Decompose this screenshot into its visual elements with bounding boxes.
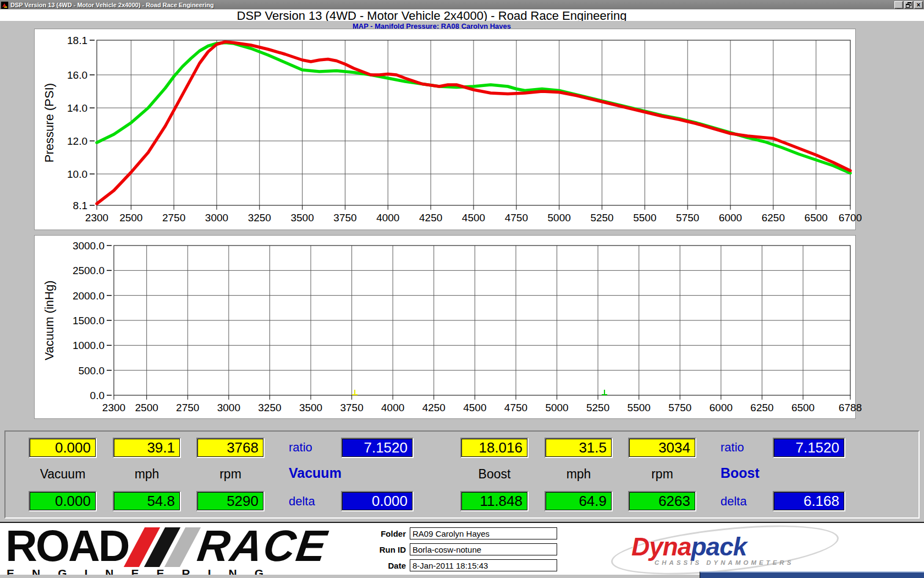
vacuum-cursor1-value: 0.000 bbox=[29, 438, 97, 458]
rpm-cursor1-value: 3034 bbox=[628, 438, 696, 458]
x-tick-label: 4750 bbox=[505, 212, 528, 223]
x-tick-label: 5000 bbox=[545, 402, 568, 413]
y-tick-label: 18.1 bbox=[67, 35, 87, 46]
rpm-cursor2-value: 6263 bbox=[628, 491, 696, 511]
y-tick-label: 500.0 bbox=[78, 365, 105, 377]
y-tick-label: 10.0 bbox=[67, 168, 87, 180]
subheader-band: MAP - Manifold Pressure: RA08 Carolyn Ha… bbox=[0, 21, 864, 29]
ratio-label: ratio bbox=[289, 440, 312, 455]
y-tick-label: 1500.0 bbox=[73, 315, 105, 326]
mph-cursor1-value: 31.5 bbox=[544, 438, 613, 458]
x-tick-label: 5250 bbox=[586, 402, 609, 413]
run-id-field[interactable] bbox=[410, 543, 557, 555]
dynapack-logo-dyna: Dyna bbox=[631, 532, 691, 561]
vacuum-readout-group: 0.000 39.1 3768 ratio 7.1520 Vacuum mph … bbox=[29, 432, 420, 517]
page-title: DSP Version 13 (4WD - Motor Vehicle 2x40… bbox=[0, 9, 864, 21]
restore-button[interactable] bbox=[904, 1, 913, 9]
rpm-cursor1-value: 3768 bbox=[196, 438, 265, 458]
x-tick-label: 4500 bbox=[462, 212, 485, 223]
group-label-boost: Boost bbox=[721, 465, 760, 481]
column-label-mph: mph bbox=[544, 467, 613, 482]
y-axis-title: Vacuum (inHg) bbox=[42, 280, 56, 360]
x-tick-label: 6250 bbox=[750, 402, 773, 413]
x-tick-label: 3750 bbox=[340, 402, 363, 413]
x-tick-label: 2500 bbox=[119, 212, 142, 223]
dynapack-logo: Dynapack CHASSIS DYNAMOMETERS bbox=[616, 527, 836, 574]
x-tick-label: 4500 bbox=[463, 402, 486, 413]
y-axis-title: Pressure (PSI) bbox=[42, 83, 56, 162]
pressure-chart[interactable]: 2300250027503000325035003750400042504500… bbox=[35, 29, 855, 230]
y-tick-label: 8.1 bbox=[73, 200, 87, 211]
folder-field[interactable] bbox=[410, 527, 557, 539]
x-tick-label: 6250 bbox=[762, 212, 785, 223]
run-id-label: Run ID bbox=[360, 545, 410, 554]
x-tick-label: 5500 bbox=[628, 402, 651, 413]
x-tick-label: 3000 bbox=[205, 212, 228, 223]
x-tick-label: 2300 bbox=[102, 402, 125, 413]
y-tick-label: 14.0 bbox=[67, 102, 87, 114]
date-field[interactable] bbox=[410, 559, 557, 571]
ratio-value-box: 7.1520 bbox=[773, 438, 845, 458]
x-tick-label: 5750 bbox=[668, 402, 691, 413]
roadrace-logo-road: ROAD bbox=[6, 526, 129, 566]
x-tick-label: 3250 bbox=[258, 402, 281, 413]
x-tick-label: 4250 bbox=[419, 212, 442, 223]
dynapack-logo-sub: CHASSIS DYNAMOMETERS bbox=[654, 559, 794, 566]
roadrace-logo-race: RACE bbox=[195, 526, 329, 566]
x-tick-label: 6000 bbox=[719, 212, 742, 223]
app-icon bbox=[1, 1, 8, 8]
run-info-fields: Folder Run ID Date bbox=[360, 527, 557, 575]
folder-label: Folder bbox=[360, 529, 410, 538]
y-tick-label: 1000.0 bbox=[73, 340, 105, 351]
titlebar: DSP Version 13 (4WD - Motor Vehicle 2x40… bbox=[0, 0, 924, 9]
column-label-vacuum: Vacuum bbox=[29, 467, 97, 482]
vacuum-chart-panel: 2300250027503000325035003750400042504500… bbox=[34, 235, 856, 419]
ratio-value-box: 7.1520 bbox=[341, 438, 414, 458]
delta-label: delta bbox=[721, 494, 747, 509]
column-label-mph: mph bbox=[113, 467, 181, 482]
y-tick-label: 0.0 bbox=[90, 390, 105, 401]
roadrace-stripes-icon bbox=[134, 526, 190, 567]
y-tick-label: 3000.0 bbox=[73, 240, 105, 252]
x-tick-label: 5750 bbox=[676, 212, 699, 223]
background-window-bar bbox=[700, 571, 924, 578]
delta-value-box: 0.000 bbox=[341, 491, 414, 511]
x-tick-label: 5250 bbox=[590, 212, 613, 223]
x-tick-label: 2300 bbox=[85, 212, 108, 223]
readout-panel: 0.000 39.1 3768 ratio 7.1520 Vacuum mph … bbox=[4, 430, 920, 519]
close-icon: × bbox=[916, 2, 920, 8]
column-label-rpm: rpm bbox=[196, 467, 265, 482]
footer: ROAD RACE ENGINEERING Folder Run ID Date bbox=[0, 522, 924, 578]
x-tick-label: 4250 bbox=[422, 402, 446, 413]
x-tick-label: 6000 bbox=[710, 402, 733, 413]
x-tick-label: 4000 bbox=[376, 212, 399, 223]
minimize-button[interactable]: _ bbox=[894, 1, 903, 9]
dynapack-logo-pack: pack bbox=[691, 532, 746, 561]
minimize-icon: _ bbox=[897, 4, 900, 8]
x-tick-label: 3250 bbox=[248, 212, 271, 223]
x-tick-label: 3000 bbox=[217, 402, 240, 413]
close-button[interactable]: × bbox=[914, 1, 923, 9]
column-label-rpm: rpm bbox=[628, 467, 696, 482]
column-label-boost: Boost bbox=[460, 467, 529, 482]
boost-cursor2-value: 11.848 bbox=[460, 491, 529, 511]
vacuum-chart[interactable]: 2300250027503000325035003750400042504500… bbox=[35, 236, 855, 418]
y-tick-label: 2000.0 bbox=[73, 290, 105, 302]
roadrace-logo: ROAD RACE ENGINEERING bbox=[6, 526, 327, 577]
x-tick-label: 5000 bbox=[548, 212, 571, 223]
boost-cursor1-value: 18.016 bbox=[460, 438, 529, 458]
y-tick-label: 16.0 bbox=[67, 69, 87, 81]
x-tick-label: 6500 bbox=[805, 212, 828, 223]
pressure-chart-panel: 2300250027503000325035003750400042504500… bbox=[34, 29, 856, 230]
x-tick-label: 2750 bbox=[162, 212, 185, 223]
x-tick-label: 5500 bbox=[633, 212, 656, 223]
x-tick-label: 6788 bbox=[839, 402, 862, 413]
window-title: DSP Version 13 (4WD - Motor Vehicle 2x40… bbox=[10, 2, 894, 8]
date-label: Date bbox=[360, 561, 410, 570]
x-tick-label: 3500 bbox=[290, 212, 314, 223]
y-tick-label: 12.0 bbox=[67, 135, 87, 147]
rpm-cursor2-value: 5290 bbox=[196, 491, 265, 511]
ratio-label: ratio bbox=[721, 440, 744, 455]
mph-cursor2-value: 54.8 bbox=[113, 491, 181, 511]
y-tick-label: 2500.0 bbox=[73, 265, 105, 276]
